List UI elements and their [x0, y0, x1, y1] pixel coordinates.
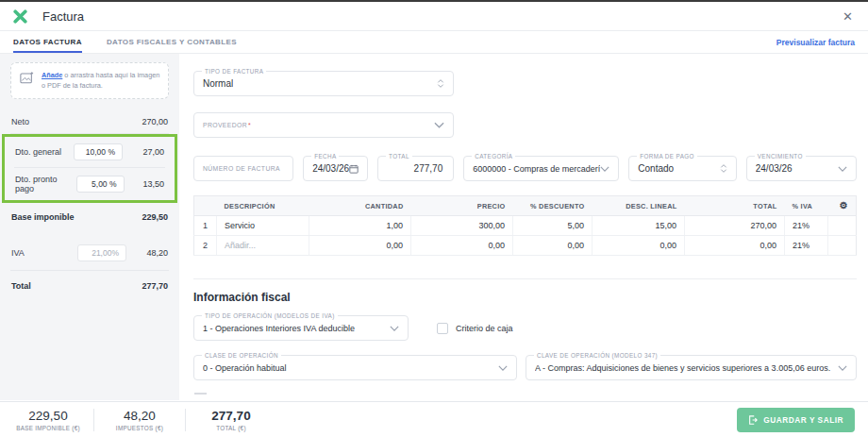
tab-datos-factura[interactable]: DATOS FACTURA	[13, 31, 82, 53]
cell-descripcion[interactable]: Servicio	[217, 216, 309, 236]
discounts-highlight-box: Dto. general 10,00 % 27,00 Dto. pronto p…	[2, 134, 177, 203]
footer-impuestos: 48,20 IMPUESTOS (€)	[105, 409, 175, 431]
col-descripcion: DESCRIPCIÓN	[217, 196, 309, 216]
criterio-caja-checkbox-wrap[interactable]: Criterio de caja	[437, 323, 513, 334]
save-exit-icon	[748, 415, 758, 425]
save-and-exit-button[interactable]: GUARDAR Y SALIR	[737, 408, 855, 432]
cell-descuento[interactable]: 5,00	[513, 216, 593, 236]
clave-operacion-label: CLAVE DE OPERACIÓN (MODELO 347)	[534, 352, 660, 360]
tab-bar: DATOS FACTURA DATOS FISCALES Y CONTABLES…	[0, 31, 868, 54]
row-number: 1	[194, 216, 217, 236]
table-header-row: DESCRIPCIÓN CANTIDAD PRECIO % DESCUENTO …	[194, 196, 857, 216]
tipo-operacion-label: TIPO DE OPERACIÓN (MODELOS DE IVA)	[202, 312, 338, 320]
totals-sidebar: Añade o arrastra hasta aquí la imagen o …	[0, 54, 179, 400]
title-bar: Factura ✕	[0, 2, 868, 31]
vencimiento-label: VENCIMIENTO	[755, 153, 806, 160]
col-iva: % IVA	[785, 196, 828, 216]
checkbox-unchecked-icon[interactable]	[437, 323, 448, 334]
cell-descuento[interactable]: 0,00	[513, 236, 593, 256]
upload-link[interactable]: Añade	[42, 71, 62, 79]
stepper-icon[interactable]	[720, 164, 727, 173]
proveedor-select[interactable]: PROVEEDOR*	[193, 112, 454, 138]
footer-total: 277,70 TOTAL (€)	[196, 409, 266, 431]
fecha-input[interactable]: FECHA 24/03/26	[303, 156, 368, 181]
criterio-caja-label: Criterio de caja	[456, 324, 513, 333]
chevron-down-icon	[600, 166, 609, 172]
footer-total-value: 277,70	[211, 409, 250, 423]
content: Añade o arrastra hasta aquí la imagen o …	[0, 54, 868, 400]
footer-base-value: 229,50	[28, 409, 67, 423]
iva-input[interactable]: 21,00%	[77, 244, 126, 261]
fecha-value: 24/03/26	[312, 163, 349, 174]
upload-dropzone[interactable]: Añade o arrastra hasta aquí la imagen o …	[10, 62, 169, 99]
invoice-modal: Factura ✕ DATOS FACTURA DATOS FISCALES Y…	[0, 0, 868, 437]
cell-descripcion-placeholder[interactable]: Añadir...	[217, 236, 309, 256]
preview-invoice-link[interactable]: Previsualizar factura	[776, 38, 855, 47]
vencimiento-select[interactable]: VENCIMIENTO 24/03/26	[746, 156, 857, 181]
col-desc-lineal: DESC. LINEAL	[593, 196, 685, 216]
base-imponible-label: Base imponible	[11, 212, 75, 222]
tipo-factura-select[interactable]: TIPO DE FACTURA Normal	[193, 71, 454, 96]
cell-precio[interactable]: 0,00	[411, 236, 513, 256]
invoice-form: TIPO DE FACTURA Normal PROVEEDOR* NÚMERO…	[179, 54, 868, 400]
tipo-factura-label: TIPO DE FACTURA	[202, 68, 266, 76]
cell-precio[interactable]: 300,00	[411, 216, 513, 236]
table-row: 2 Añadir... 0,00 0,00 0,00 0,00 0,00 21%	[194, 236, 857, 256]
fiscal-row-1: TIPO DE OPERACIÓN (MODELOS DE IVA) 1 - O…	[193, 315, 857, 341]
iva-value: 48,20	[126, 248, 168, 258]
invoice-fields-row: NÚMERO DE FACTURA FECHA 24/03/26 TOTAL 2…	[193, 156, 857, 181]
holded-logo-icon	[13, 9, 27, 24]
footer-bar: 229,50 BASE IMPONIBLE (€) 48,20 IMPUESTO…	[0, 401, 868, 437]
cell-desc-lineal[interactable]: 0,00	[593, 236, 685, 256]
clase-operacion-select[interactable]: CLASE DE OPERACIÓN 0 - Operación habitua…	[193, 355, 517, 380]
stat-divider	[93, 409, 94, 431]
col-cantidad: CANTIDAD	[309, 196, 411, 216]
table-settings-gear-icon[interactable]: ⚙	[840, 201, 848, 210]
total-input-label: TOTAL	[386, 153, 412, 160]
page-title: Factura	[42, 9, 84, 24]
tab-datos-fiscales[interactable]: DATOS FISCALES Y CONTABLES	[107, 31, 237, 53]
calendar-icon[interactable]	[349, 164, 359, 174]
categoria-label: CATEGORÍA	[472, 153, 515, 160]
total-input[interactable]: TOTAL 277,70	[377, 156, 454, 181]
cell-iva[interactable]: 21%	[785, 236, 828, 256]
cell-cantidad[interactable]: 0,00	[309, 236, 411, 256]
proveedor-label: PROVEEDOR*	[203, 122, 251, 128]
cell-iva[interactable]: 21%	[785, 216, 828, 236]
dto-general-value: 27,00	[123, 147, 164, 157]
cell-desc-lineal[interactable]: 15,00	[593, 216, 685, 236]
fiscal-section-heading: Información fiscal	[193, 291, 857, 304]
forma-pago-select[interactable]: FORMA DE PAGO Contado	[628, 156, 736, 181]
fiscal-row-2: CLASE DE OPERACIÓN 0 - Operación habitua…	[193, 355, 857, 380]
footer-base-label: BASE IMPONIBLE (€)	[16, 425, 80, 431]
dto-pronto-pago-input[interactable]: 5,00 %	[76, 176, 125, 193]
cell-total: 0,00	[685, 236, 785, 256]
categoria-value: 6000000 - Compras de mercaderí	[473, 164, 600, 174]
chevron-down-icon	[434, 122, 444, 128]
stepper-icon[interactable]	[437, 79, 444, 88]
dto-general-label: Dto. general	[15, 147, 61, 157]
total-row: Total 277,70	[10, 275, 169, 297]
upload-text: Añade o arrastra hasta aquí la imagen o …	[42, 71, 160, 91]
table-row: 1 Servicio 1,00 300,00 5,00 15,00 270,00…	[194, 216, 857, 236]
stat-divider	[185, 409, 186, 431]
forma-pago-value: Contado	[638, 163, 674, 174]
numero-factura-input[interactable]: NÚMERO DE FACTURA	[193, 156, 293, 181]
image-upload-icon	[20, 71, 34, 84]
clave-operacion-select[interactable]: CLAVE DE OPERACIÓN (MODELO 347) A - Comp…	[526, 355, 857, 380]
fecha-label: FECHA	[311, 153, 339, 160]
tipo-operacion-select[interactable]: TIPO DE OPERACIÓN (MODELOS DE IVA) 1 - O…	[193, 315, 409, 341]
dto-general-input[interactable]: 10,00 %	[74, 143, 123, 160]
close-icon[interactable]: ✕	[843, 10, 853, 23]
save-button-label: GUARDAR Y SALIR	[763, 415, 843, 425]
clave-operacion-value: A - Compras: Adquisiciones de bienes y s…	[535, 363, 830, 373]
neto-row: Neto 270,00	[10, 110, 169, 134]
base-imponible-value: 229,50	[142, 212, 168, 222]
total-label: Total	[11, 281, 31, 291]
categoria-select[interactable]: CATEGORÍA 6000000 - Compras de mercaderí	[463, 156, 619, 181]
section-divider	[193, 278, 857, 279]
dto-pronto-pago-label: Dto. pronto pago	[15, 175, 76, 193]
cell-cantidad[interactable]: 1,00	[309, 216, 411, 236]
footer-impuestos-value: 48,20	[124, 409, 156, 423]
forma-pago-label: FORMA DE PAGO	[637, 153, 697, 160]
